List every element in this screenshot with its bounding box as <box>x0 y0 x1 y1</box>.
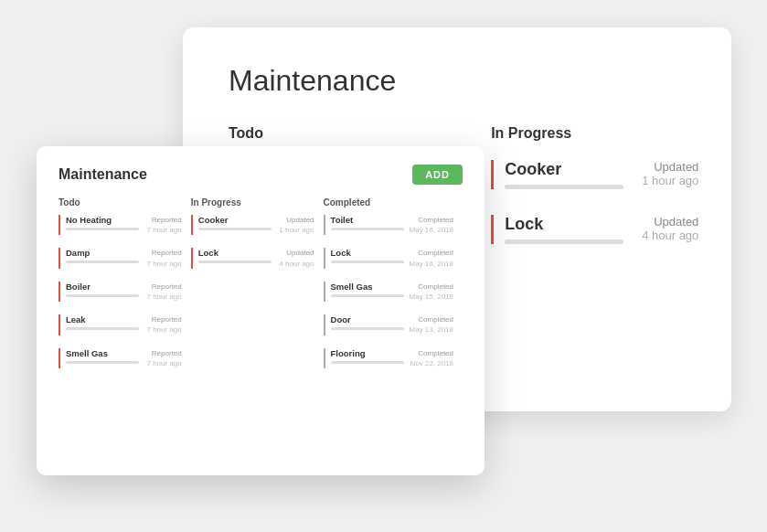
fg-item-bar <box>331 327 404 330</box>
fg-todo-item-3: Leak Reported 7 hour ago <box>59 314 182 335</box>
bg-item-bar-cooker <box>505 185 623 189</box>
bg-inprogress-item-cooker: Cooker Updated 1 hour ago <box>491 160 698 189</box>
fg-completed-item-3: Door Completed May 13, 2018 <box>324 314 453 335</box>
fg-completed-item-4: Flooring Completed Nov 22, 2018 <box>324 348 453 368</box>
fg-header: Maintenance ADD <box>59 165 463 185</box>
fg-item-bar <box>331 361 404 364</box>
fg-completed-col-title: Completed <box>324 197 453 207</box>
fg-completed-item-0: Toilet Completed May 16, 2018 <box>324 215 453 235</box>
fg-title: Maintenance <box>59 166 147 183</box>
fg-item-bar <box>331 228 404 230</box>
fg-item-bar <box>66 327 139 330</box>
fg-todo-item-4: Smell Gas Reported 7 hour ago <box>59 348 182 368</box>
fg-todo-col-title: Todo <box>59 197 182 207</box>
fg-item-bar <box>331 261 404 263</box>
bg-inprogress-item-lock: Lock Updated 4 hour ago <box>491 215 698 244</box>
bg-inprogress-col: In Progress Cooker Updated 1 hour ago Lo… <box>491 125 698 270</box>
bg-todo-title: Todo <box>229 125 436 142</box>
fg-todo-item-0: No Heating Reported 7 hour ago <box>59 215 182 235</box>
fg-item-bar <box>66 361 139 364</box>
fg-columns: Todo No Heating Reported 7 hour ago Damp… <box>59 197 463 381</box>
fg-completed-col: Completed Toilet Completed May 16, 2018 … <box>324 197 463 381</box>
fg-inprogress-col: In Progress Cooker Updated 1 hour ago Lo… <box>191 197 324 381</box>
fg-todo-item-2: Boiler Reported 7 hour ago <box>59 282 182 302</box>
fg-todo-col: Todo No Heating Reported 7 hour ago Damp… <box>59 197 191 381</box>
bg-item-name-cooker: Cooker <box>505 160 623 179</box>
fg-item-bar <box>66 294 139 297</box>
bg-item-bar-lock <box>505 239 623 244</box>
bg-item-name-lock: Lock <box>505 215 623 234</box>
fg-item-bar <box>66 261 139 263</box>
add-button[interactable]: ADD <box>412 165 463 185</box>
fg-completed-item-2: Smell Gas Completed May 15, 2018 <box>324 282 453 302</box>
fg-inprogress-col-title: In Progress <box>191 197 314 207</box>
fg-completed-item-1: Lock Completed May 16, 2018 <box>324 248 453 268</box>
fg-item-bar <box>198 261 272 263</box>
fg-item-bar <box>331 294 404 297</box>
fg-item-bar <box>198 228 272 230</box>
fg-item-bar <box>66 228 139 230</box>
fg-todo-item-1: Damp Reported 7 hour ago <box>59 248 182 268</box>
bg-inprogress-title: In Progress <box>491 125 698 142</box>
fg-inprogress-item-1: Lock Updated 4 hour ago <box>191 248 314 268</box>
foreground-card: Maintenance ADD Todo No Heating Reported… <box>37 146 485 475</box>
fg-inprogress-item-0: Cooker Updated 1 hour ago <box>191 215 314 235</box>
bg-page-title: Maintenance <box>229 64 686 98</box>
bg-item-status-cooker: Updated 1 hour ago <box>642 160 698 187</box>
bg-item-status-lock: Updated 4 hour ago <box>642 215 698 242</box>
